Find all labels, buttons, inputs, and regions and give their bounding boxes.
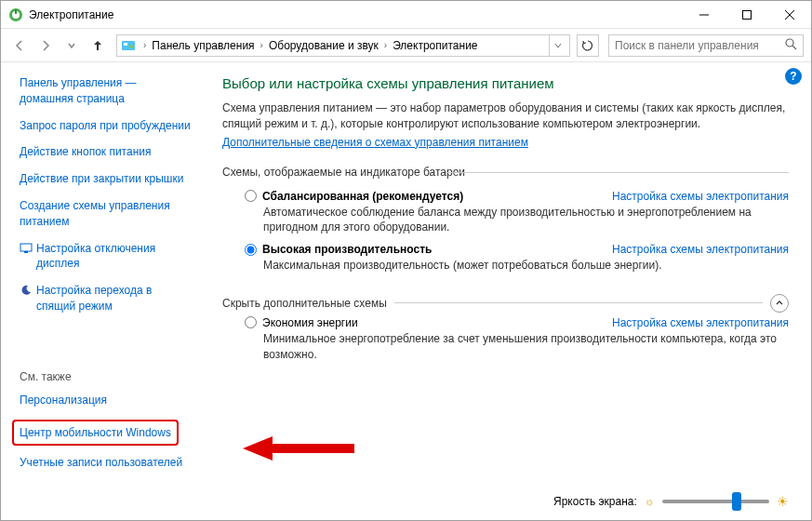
recent-dropdown[interactable]: [60, 34, 83, 57]
separator: [394, 302, 763, 303]
breadcrumb-item[interactable]: Оборудование и звук: [267, 39, 380, 52]
plan-eco-desc: Минимальное энергопотребление за счет ум…: [245, 331, 789, 363]
breadcrumb-item[interactable]: Электропитание: [391, 39, 479, 52]
chevron-right-icon: ›: [140, 40, 150, 50]
sidebar-mobility-center[interactable]: Центр мобильности Windows: [20, 425, 171, 441]
chevron-right-icon: ›: [257, 40, 267, 50]
svg-rect-8: [124, 43, 127, 46]
control-panel-icon: [121, 38, 136, 53]
sidebar-item-label: Настройка перехода в спящий режим: [36, 283, 193, 314]
hide-extra-row: Скрыть дополнительные схемы: [222, 294, 789, 313]
maximize-button[interactable]: [725, 1, 768, 29]
back-button[interactable]: [8, 34, 31, 57]
search-input[interactable]: [615, 39, 785, 52]
plan-balanced-radio[interactable]: [245, 190, 257, 202]
sidebar-link[interactable]: Действие при закрытии крышки: [20, 171, 193, 187]
forward-button[interactable]: [34, 34, 57, 57]
svg-rect-2: [15, 9, 17, 14]
titlebar: Электропитание: [1, 1, 811, 29]
intro-link[interactable]: Дополнительные сведения о схемах управле…: [222, 136, 528, 149]
search-icon: [785, 38, 797, 53]
control-panel-window: Электропитание › Панель управления › Обо…: [0, 0, 812, 521]
moon-icon: [20, 284, 33, 297]
svg-point-10: [786, 39, 793, 47]
brightness-slider[interactable]: [662, 500, 769, 503]
collapse-button[interactable]: [770, 294, 789, 313]
plan-balanced-label[interactable]: Сбалансированная (рекомендуется): [262, 190, 463, 203]
sun-low-icon: ☼: [645, 495, 655, 508]
help-icon[interactable]: ?: [785, 68, 802, 85]
breadcrumb-item[interactable]: Панель управления: [150, 39, 256, 52]
hide-extra-label: Скрыть дополнительные схемы: [222, 297, 387, 310]
highlighted-annotation: Центр мобильности Windows: [12, 420, 179, 447]
svg-rect-12: [20, 244, 32, 251]
sidebar-personalization[interactable]: Персонализация: [20, 393, 193, 408]
plans-group-label: Схемы, отображаемые на индикаторе батаре…: [222, 166, 789, 179]
content-body: Панель управления — домашняя страница За…: [1, 62, 811, 520]
up-button[interactable]: [87, 34, 109, 57]
sidebar: Панель управления — домашняя страница За…: [1, 62, 200, 520]
intro-text: Схема управления питанием — это набор па…: [222, 100, 789, 132]
plan-balanced-desc: Автоматическое соблюдение баланса между …: [245, 205, 789, 236]
search-box[interactable]: [608, 34, 804, 57]
sidebar-link[interactable]: Действие кнопок питания: [20, 144, 193, 160]
plan-high-desc: Максимальная производительность (может п…: [245, 258, 789, 274]
chevron-right-icon: ›: [380, 40, 391, 50]
breadcrumb[interactable]: › Панель управления › Оборудование и зву…: [116, 34, 570, 57]
see-also-heading: См. также: [20, 370, 193, 383]
close-button[interactable]: [768, 1, 811, 29]
plan-high-radio[interactable]: [245, 244, 257, 256]
breadcrumb-dropdown[interactable]: [549, 34, 566, 57]
page-heading: Выбор или настройка схемы управления пит…: [222, 75, 789, 91]
sidebar-home[interactable]: Панель управления — домашняя страница: [20, 75, 193, 107]
svg-line-11: [792, 46, 796, 49]
sun-high-icon: ☀: [777, 494, 789, 509]
sidebar-link[interactable]: Запрос пароля при пробуждении: [20, 118, 193, 134]
plan-settings-link[interactable]: Настройка схемы электропитания: [612, 316, 789, 329]
svg-rect-4: [743, 10, 752, 19]
svg-point-9: [129, 45, 133, 48]
brightness-label: Яркость экрана:: [553, 495, 637, 508]
sidebar-display-off[interactable]: Настройка отключения дисплея: [20, 241, 193, 273]
sidebar-user-accounts[interactable]: Учетные записи пользователей: [20, 455, 193, 471]
plan-balanced: Сбалансированная (рекомендуется) Настрой…: [222, 186, 789, 240]
plan-high: Высокая производительность Настройка схе…: [222, 239, 789, 277]
plan-eco-radio[interactable]: [245, 316, 257, 328]
plan-eco: Экономия энергии Настройка схемы электро…: [222, 313, 789, 367]
monitor-icon: [20, 242, 33, 255]
refresh-button[interactable]: [577, 34, 599, 57]
slider-thumb[interactable]: [732, 492, 741, 511]
main-content: ? Выбор или настройка схемы управления п…: [200, 62, 811, 520]
power-options-icon: [8, 7, 23, 22]
window-title: Электропитание: [29, 8, 683, 21]
svg-rect-13: [24, 251, 28, 253]
minimize-button[interactable]: [683, 1, 725, 29]
plan-eco-label[interactable]: Экономия энергии: [262, 316, 358, 329]
plan-settings-link[interactable]: Настройка схемы электропитания: [612, 190, 789, 203]
plan-high-label[interactable]: Высокая производительность: [262, 243, 432, 256]
sidebar-item-label: Настройка отключения дисплея: [36, 241, 193, 273]
brightness-control: Яркость экрана: ☼ ☀: [553, 494, 789, 509]
navbar: › Панель управления › Оборудование и зву…: [1, 29, 811, 62]
sidebar-link[interactable]: Создание схемы управления питанием: [20, 198, 193, 230]
plan-settings-link[interactable]: Настройка схемы электропитания: [612, 243, 789, 256]
sidebar-sleep[interactable]: Настройка перехода в спящий режим: [20, 283, 193, 314]
